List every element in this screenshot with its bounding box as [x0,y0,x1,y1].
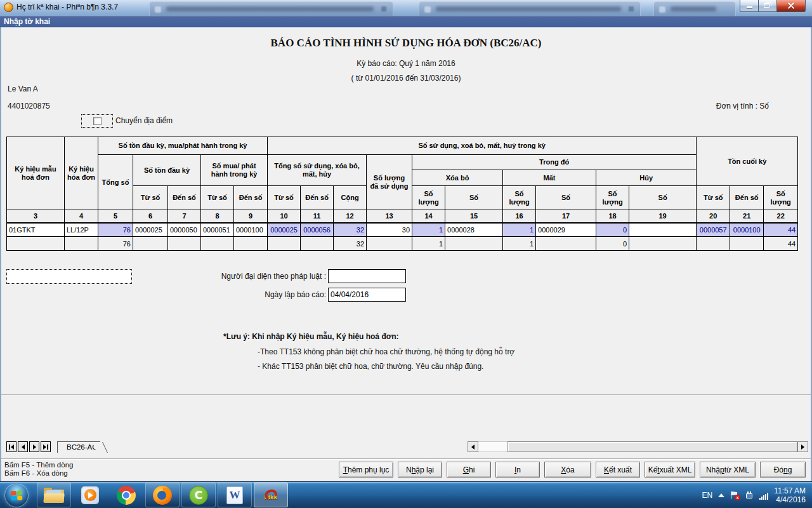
total-cell [445,237,503,251]
menu-item-nhap-to-khai[interactable]: Nhập tờ khai [4,17,50,26]
ghi-button[interactable]: Ghi [447,462,491,478]
representative-label: Người đại diện theo pháp luật : [190,272,326,281]
unit-label: Đơn vị tính : Số [716,102,769,110]
cell-opening-from[interactable]: 0000025 [133,223,168,237]
chrome-taskbar-button[interactable] [109,483,143,507]
nhap-lai-button[interactable]: Nhập lại [398,462,442,478]
network-signal-icon[interactable] [759,491,768,500]
note-line-2: - Khác TT153 phân biệt chữ hoa, chữ thườ… [258,362,483,371]
first-tab-button[interactable] [6,441,16,452]
invoice-usage-table: Ký hiệu mẫu hoá đơn Ký hiệu hóa đơn Số t… [6,137,798,251]
representative-input[interactable] [328,269,406,283]
media-player-taskbar-button[interactable] [73,483,107,507]
tab-bc26-ac[interactable]: BC26-AC [57,441,100,453]
clock-date: 4/4/2016 [774,495,806,504]
relocation-checkbox[interactable] [93,117,102,125]
ghost-tab-text [436,6,621,11]
start-button[interactable] [4,483,29,507]
cell-opening-to[interactable]: 0000050 [168,223,201,237]
minimize-button[interactable] [740,0,759,12]
total-cell [268,237,301,251]
header-num: Số [629,186,697,210]
cell-deleted-num[interactable]: 0000028 [445,223,503,237]
relocation-checkbox-label: Chuyển địa điểm [115,116,173,125]
note-line-1: -Theo TT153 không phân biệt chữ hoa chữ … [258,347,514,356]
xoa-button[interactable]: Xóa [544,462,591,478]
signature-placeholder-box[interactable] [6,269,132,284]
form-area: BÁO CÁO TÌNH HÌNH SỬ DỤNG HÓA ĐƠN (BC26/… [0,27,812,481]
hardware-icon[interactable] [745,491,754,499]
firefox-taskbar-button[interactable] [145,483,180,507]
total-cell [133,237,168,251]
total-cell [234,237,268,251]
report-date-input[interactable] [328,288,406,302]
ghost-favicon [155,6,161,13]
language-indicator[interactable]: EN [702,491,713,500]
last-tab-button[interactable] [41,441,51,452]
cell-template-symbol[interactable]: 01GTKT [7,223,65,237]
prev-tab-button[interactable] [18,441,28,452]
ket-xuat-xml-button[interactable]: Kết xuất XML [645,462,695,478]
total-cell [301,237,334,251]
total-cell: 32 [334,237,367,251]
col-number: 14 [412,210,445,223]
cell-used-to: 0000056 [301,223,334,237]
header-in-which: Trong đó [412,155,697,170]
cell-lost-num[interactable]: 0000029 [536,223,596,237]
app-icon [4,3,13,12]
coccoc-taskbar-button[interactable]: C [181,483,216,507]
header-purchased: Số mua/ phát hành trong kỳ [201,155,268,186]
scrollbar-thumb[interactable] [508,441,797,452]
cell-destroyed-num[interactable] [629,223,697,237]
show-hidden-icons-button[interactable] [718,493,724,497]
scrollbar-track[interactable] [478,441,508,452]
restore-button[interactable] [759,0,776,12]
header-qty: Số lượng [412,186,445,210]
cell-invoice-symbol[interactable]: LL/12P [65,223,98,237]
dong-button[interactable]: Đóng [760,462,806,478]
total-row: 76 32 1 1 0 44 [7,237,798,251]
window-title: Hç trî kª khai - Phiªn b¶n 3.3.7 [16,3,118,11]
relocation-checkbox-focus-rect [81,114,113,128]
col-number: 8 [201,210,234,223]
report-date-range: ( từ 01/01/2016 đến 31/03/2016) [1,74,811,83]
header-destroyed: Hủy [596,170,697,186]
action-center-icon[interactable]: x [730,491,739,500]
in-button[interactable]: In [495,462,540,478]
ket-xuat-button[interactable]: Kết xuất [596,462,640,478]
cell-deleted-qty: 1 [412,223,445,237]
header-num: Số [445,186,503,210]
total-cell [697,237,730,251]
windows-taskbar: C W htkk EN x [0,481,812,508]
header-from: Từ số [201,186,234,210]
scroll-right-button[interactable] [797,441,808,452]
total-cell [536,237,596,251]
clock[interactable]: 11:57 AM 4/4/2016 [774,486,806,504]
explorer-taskbar-button[interactable] [37,483,71,507]
col-number: 18 [596,210,629,223]
col-number: 10 [268,210,301,223]
col-number: 7 [168,210,201,223]
header-to: Đến số [168,186,201,210]
scroll-left-button[interactable] [468,441,478,452]
close-button[interactable] [776,0,806,12]
header-symbol-template: Ký hiệu mẫu hoá đơn [7,137,65,210]
htkk-taskbar-button[interactable]: htkk [254,483,288,507]
header-lost: Mất [503,170,596,186]
word-taskbar-button[interactable]: W [218,483,252,507]
them-phu-luc-button[interactable]: Thêm phụ lục [339,462,393,478]
header-from: Từ số [268,186,301,210]
total-cell: 76 [98,237,133,251]
cell-used-from: 0000025 [268,223,301,237]
col-number: 20 [697,210,730,223]
header-qty: Số lượng [596,186,629,210]
next-tab-button[interactable] [29,441,39,452]
cell-purchased-from[interactable]: 0000051 [201,223,234,237]
ghost-tab-text [166,6,374,11]
nhap-tu-xml-button[interactable]: Nhập từ XML [700,462,756,478]
cell-used-qty[interactable]: 30 [367,223,412,237]
action-button-bar: Thêm phụ lục Nhập lại Ghi In Xóa Kết xuấ… [339,462,806,478]
window-controls [740,0,806,12]
total-cell [730,237,764,251]
cell-purchased-to[interactable]: 0000100 [234,223,268,237]
